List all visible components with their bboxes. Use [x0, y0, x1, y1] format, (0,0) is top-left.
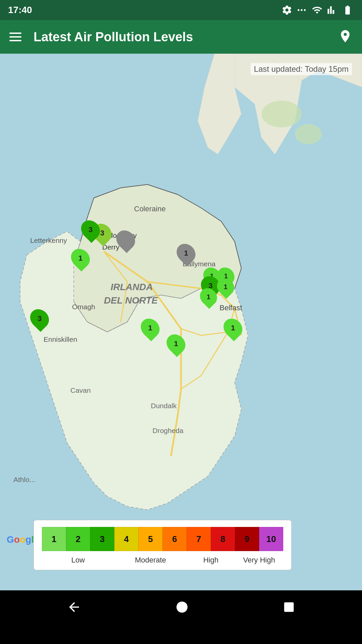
svg-point-0 — [298, 9, 299, 11]
svg-point-2 — [304, 9, 306, 11]
pin-belfast-5[interactable]: 1 — [200, 288, 217, 306]
pin-east1[interactable]: 1 — [224, 318, 242, 338]
location-button[interactable] — [338, 29, 353, 45]
place-irlanda: IRLANDA — [111, 282, 153, 292]
app-title: Latest Air Pollution Levels — [34, 30, 338, 44]
wifi-icon — [311, 5, 323, 15]
back-icon — [67, 600, 81, 614]
legend-box-5: 5 — [138, 527, 163, 551]
settings-icon — [282, 5, 292, 15]
legend-label-high: High — [187, 556, 235, 565]
map-container[interactable]: Last updated: Today 15pm Coleraine Londo… — [0, 54, 362, 590]
place-omagh: Omagh — [72, 303, 95, 311]
recent-button[interactable] — [283, 601, 295, 613]
pin-mid2[interactable]: 1 — [167, 334, 185, 354]
svg-point-1 — [301, 9, 302, 11]
place-drogheda: Drogheda — [153, 427, 183, 435]
home-button[interactable] — [175, 600, 189, 614]
legend: 1 2 3 4 5 6 7 8 9 10 Low Moderate High V… — [34, 520, 292, 570]
pin-mid1[interactable]: 1 — [141, 318, 159, 338]
legend-box-3: 3 — [90, 527, 114, 551]
legend-label-moderate: Moderate — [114, 556, 187, 565]
recent-icon — [283, 601, 295, 613]
signal-icon — [327, 5, 337, 15]
place-letterkenny: Letterkenny — [30, 236, 67, 245]
pin-derry-green[interactable]: 3 — [82, 220, 99, 240]
menu-button[interactable] — [9, 33, 21, 41]
pin-enniskillen[interactable]: 3 — [31, 309, 48, 329]
battery-icon — [341, 5, 354, 15]
svg-point-4 — [295, 124, 322, 144]
pin-ballymena[interactable]: 1 — [177, 243, 195, 263]
svg-point-5 — [177, 602, 188, 613]
app-bar: Latest Air Pollution Levels — [0, 20, 362, 54]
place-belfast: Belfast — [220, 304, 242, 312]
status-icons — [282, 5, 354, 15]
place-dundalk: Dundalk — [151, 402, 177, 410]
place-enniskillen: Enniskillen — [44, 335, 77, 343]
location-icon — [338, 29, 353, 44]
legend-box-9: 9 — [235, 527, 259, 551]
legend-box-1: 1 — [42, 527, 66, 551]
legend-box-7: 7 — [187, 527, 211, 551]
legend-box-8: 8 — [211, 527, 235, 551]
status-bar: 17:40 — [0, 0, 362, 20]
legend-label-veryhigh: Very High — [235, 556, 283, 565]
legend-box-4: 4 — [114, 527, 138, 551]
place-del-norte: DEL NORTE — [104, 295, 158, 306]
legend-boxes: 1 2 3 4 5 6 7 8 9 10 — [42, 527, 283, 551]
map-svg — [0, 54, 362, 590]
bottom-nav — [0, 590, 362, 624]
svg-rect-6 — [284, 602, 294, 612]
place-athlone: Athlo... — [13, 476, 35, 484]
legend-box-10: 10 — [259, 527, 283, 551]
place-coleraine: Coleraine — [134, 205, 166, 213]
place-cavan: Cavan — [70, 386, 91, 394]
back-button[interactable] — [67, 600, 81, 614]
home-icon — [175, 600, 189, 614]
legend-box-6: 6 — [163, 527, 187, 551]
svg-point-3 — [261, 101, 302, 127]
last-updated-label: Last updated: Today 15pm — [251, 63, 352, 75]
pin-letterkenny[interactable]: 1 — [72, 248, 89, 268]
pin-belfast-4[interactable]: 1 — [218, 278, 234, 296]
legend-labels: Low Moderate High Very High — [42, 556, 283, 565]
legend-label-low: Low — [42, 556, 114, 565]
pin-derry-active[interactable] — [117, 230, 134, 250]
legend-box-2: 2 — [66, 527, 90, 551]
dots-icon — [296, 5, 307, 15]
status-time: 17:40 — [8, 5, 32, 15]
